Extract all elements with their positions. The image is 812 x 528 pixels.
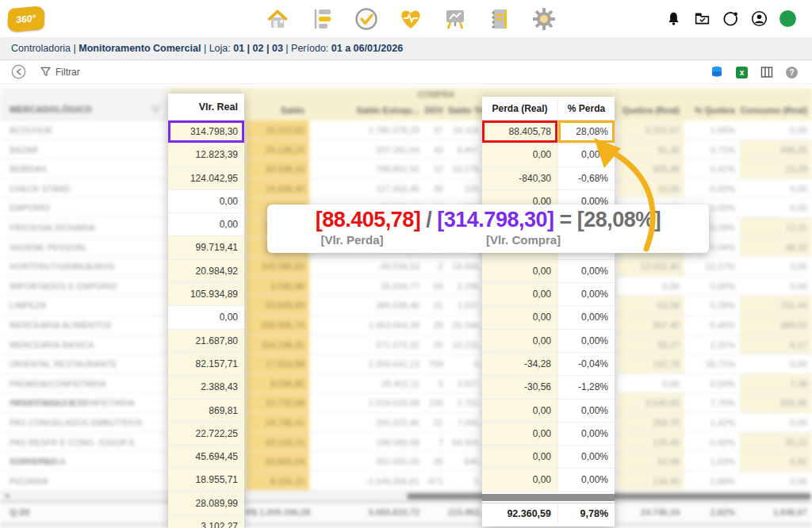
perda-values: 88.405,78 28,08% 0,00 0,00% -840,30 -0,6…: [482, 121, 615, 492]
table-row[interactable]: IMPORTADOS E EMPORIO 3.040,98 35.834,77 …: [0, 277, 812, 297]
table-row[interactable]: MERCEARIA BASICA 154.196,41 571.670,32 2…: [0, 335, 812, 355]
ddv-cell: -2: [424, 257, 448, 276]
saldo-tro-cell: 64.959,: [448, 433, 486, 452]
column-header-vlr-real[interactable]: Vlr. Real: [168, 94, 244, 121]
vlr-real-cell[interactable]: 18.955,71: [168, 469, 244, 492]
perda-row[interactable]: -34,28 -0,04%: [482, 353, 615, 376]
category-cell: PANIFICACAO E CONFEITARIA: [0, 393, 168, 412]
table-row[interactable]: PANIFICACAO E CONFEITARIA 23.732,68 1.52…: [0, 393, 812, 413]
column-header-saldo-tro[interactable]: Saldo Tro...: [448, 101, 486, 121]
table-row[interactable]: CHECK STAND 16.698,40 127.456,46 39 229,…: [0, 179, 812, 199]
vlr-real-cell[interactable]: 0,00: [168, 190, 244, 213]
vlr-real-cell[interactable]: 28.089,99: [168, 492, 244, 515]
database-icon[interactable]: [710, 66, 723, 78]
saldo-tro-cell: 8.497,: [448, 140, 486, 159]
column-header-ddv[interactable]: DDV: [424, 101, 448, 121]
home-icon[interactable]: [265, 6, 290, 32]
panel-scrollbar[interactable]: [482, 494, 615, 501]
vlr-real-cell[interactable]: 99.719,41: [168, 236, 244, 259]
table-row[interactable]: LIMPEZA 93.839,99 386.638,46 21 1.037, 6…: [0, 296, 812, 316]
column-header-saldo-estoque[interactable]: Saldo Estoqu...: [309, 101, 424, 121]
consumo-cell: 0,00: [740, 179, 812, 198]
perda-row[interactable]: 0,00 0,00%: [482, 423, 615, 446]
vlr-real-cell[interactable]: 105.934,89: [168, 283, 244, 306]
vlr-real-cell[interactable]: 124.042,95: [168, 167, 244, 190]
category-cell: BAZAR: [0, 140, 168, 159]
chart-board-icon[interactable]: [442, 6, 468, 32]
table-row[interactable]: PIZZARIA 8.256,10 -1.549.305,81 -971 0, …: [0, 472, 812, 492]
help-icon[interactable]: ?: [786, 67, 798, 78]
perda-row[interactable]: 88.405,78 28,08%: [482, 121, 615, 143]
perda-row[interactable]: -30,56 -1,28%: [482, 376, 615, 399]
vlr-real-cell[interactable]: 0,00: [168, 213, 244, 236]
vlr-real-cell[interactable]: 3.102,27: [168, 515, 244, 528]
table-row[interactable]: PAS RESFR E CONG. IOGUR E SORVETES 60.16…: [0, 433, 812, 453]
journal-icon[interactable]: [487, 6, 512, 32]
column-header-consumo[interactable]: Consumo (Real): [740, 101, 812, 121]
breadcrumb: Controladoria | Monitoramento Comercial …: [0, 38, 812, 60]
vlr-real-cell[interactable]: 12.823,39: [168, 143, 244, 166]
horizontal-scrollbar[interactable]: ◄: [0, 491, 812, 501]
perda-row[interactable]: 0,00 0,00%: [482, 306, 615, 329]
perda-row[interactable]: -840,30 -0,68%: [482, 167, 615, 190]
vlr-real-cell[interactable]: 869,81: [168, 400, 244, 423]
table-row[interactable]: PERFUMARIA 63.865,04 301.655,05 26 840, …: [0, 452, 812, 472]
export-excel-icon[interactable]: x: [736, 67, 748, 78]
filter-button[interactable]: Filtrar: [40, 67, 80, 78]
perda-real-cell: -30,56: [482, 376, 557, 398]
saldo-estoque-cell: 1.963.664,38: [309, 316, 424, 335]
table-row[interactable]: BAZAR 25.138,25 337.281,64 43 8.497, 91,…: [0, 140, 812, 160]
updates-circle-icon[interactable]: [722, 10, 739, 27]
perda-row[interactable]: 0,00 0,00%: [482, 469, 615, 492]
vlr-real-cell[interactable]: 22.722,25: [168, 423, 244, 446]
column-header-perda-real[interactable]: Perda (Real): [482, 97, 557, 120]
consumo-cell: 191,44: [740, 296, 812, 315]
table-row[interactable]: HORTFRUTIGRANJEIROS 105.086,83 -49.594,5…: [0, 257, 812, 277]
vlr-real-cell[interactable]: 21.687,80: [168, 330, 244, 353]
folder-check-icon[interactable]: [694, 10, 710, 27]
table-row[interactable]: MERCEARIA ALIMENTOS 256.905,74 1.963.664…: [0, 316, 812, 335]
table-row[interactable]: BEBIDAS 93.598,33 798.852,92 12 10.278, …: [0, 159, 812, 179]
column-header-pct-quebra[interactable]: % Quebra: [684, 101, 740, 121]
vlr-real-cell[interactable]: 2.388,43: [168, 376, 244, 399]
pct-perda-cell: 0,00%: [557, 400, 615, 422]
back-button[interactable]: [11, 64, 26, 79]
perda-row[interactable]: 0,00 0,00%: [482, 143, 615, 166]
quebra-cell: 91,30: [618, 140, 684, 159]
table-row[interactable]: PAS CONGELADOS EMBUTIDOS 24.745,41 200.9…: [0, 413, 812, 433]
column-header-pct-perda[interactable]: % Perda: [557, 97, 615, 120]
vlr-real-cell[interactable]: 20.984,92: [168, 260, 244, 283]
scroll-left-arrow-icon[interactable]: ◄: [3, 491, 10, 501]
user-account-icon[interactable]: [751, 10, 768, 27]
ddv-cell: 12: [424, 159, 448, 178]
perda-real-cell: 88.405,78: [482, 121, 557, 143]
table-row[interactable]: PADARIA/CONFEITARIA INDUSTRIALIZADO 8.00…: [0, 374, 812, 394]
perda-row[interactable]: 0,00 0,00%: [482, 446, 615, 469]
perda-row[interactable]: 0,00 0,00%: [482, 400, 615, 423]
table-row[interactable]: ORIENTAL RESTAURANTE 17.503,98 2.399.641…: [0, 354, 812, 374]
online-status-indicator[interactable]: [779, 10, 796, 27]
vlr-real-cell[interactable]: 0,00: [168, 306, 244, 329]
quebra-cell: 63,58: [618, 296, 684, 315]
column-header-quebra[interactable]: Quebra (Real): [618, 101, 684, 121]
ddv-cell: 43: [424, 140, 448, 159]
notifications-bell-icon[interactable]: [665, 10, 682, 27]
settings-gear-icon[interactable]: [531, 6, 557, 32]
vlr-real-cell[interactable]: 82.157,71: [168, 353, 244, 376]
perda-row[interactable]: 0,00 0,00%: [482, 283, 615, 306]
column-chooser-icon[interactable]: [760, 66, 773, 78]
saldo-estoque-cell: -1.549.305,81: [309, 472, 424, 491]
brand-logo-360[interactable]: 360°: [7, 6, 44, 33]
heart-pulse-icon[interactable]: [398, 6, 423, 32]
breadcrumb-separator: |: [201, 43, 209, 54]
vlr-real-column-panel: Vlr. Real 314.798,30 12.823,39 124.042,9…: [168, 94, 244, 528]
column-header-saldo[interactable]: Saldo: [246, 101, 309, 121]
perda-row[interactable]: 0,00 0,00%: [482, 260, 615, 283]
hierarchy-icon[interactable]: [309, 6, 335, 32]
table-row[interactable]: ACOUGUE 15.210,82 2.780.278,29 37 16.118…: [0, 121, 812, 140]
pct-quebra-cell: 0,00%: [684, 277, 740, 296]
clock-check-icon[interactable]: [354, 6, 379, 32]
perda-row[interactable]: 0,00 0,00%: [482, 330, 615, 353]
vlr-real-cell[interactable]: 314.798,30: [168, 121, 244, 143]
vlr-real-cell[interactable]: 45.694,45: [168, 446, 244, 469]
